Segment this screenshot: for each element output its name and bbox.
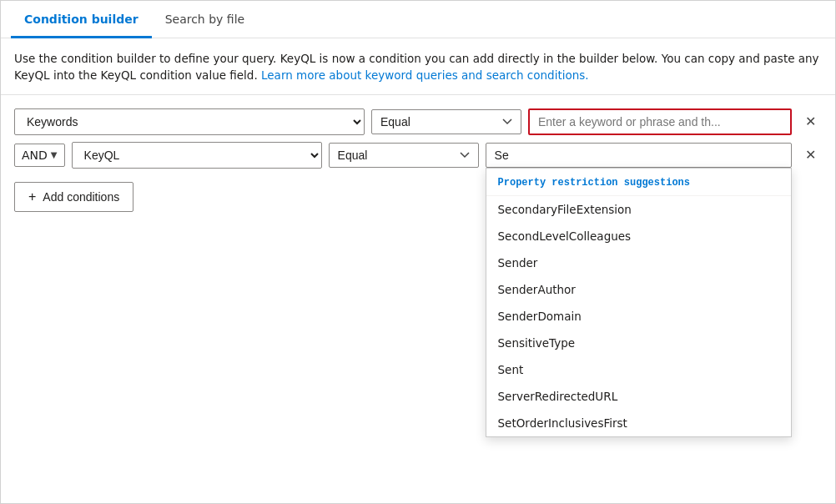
connector-select-2[interactable]: AND ▼ [14, 144, 65, 167]
suggestion-item[interactable]: SenderDomain [486, 303, 791, 330]
operator-select-2[interactable]: Equal Not equal Contains Starts with [329, 143, 479, 168]
remove-row-1-button[interactable]: ✕ [798, 110, 822, 134]
add-conditions-button[interactable]: + Add conditions [14, 182, 133, 212]
suggestion-item[interactable]: Sender [486, 249, 791, 276]
connector-chevron-icon: ▼ [51, 150, 58, 159]
operator-select-1[interactable]: Equal Not equal Contains Starts with [371, 109, 521, 134]
tab-bar: Condition builder Search by file [1, 1, 835, 38]
add-conditions-label: Add conditions [43, 190, 119, 204]
tab-condition-builder[interactable]: Condition builder [11, 1, 152, 38]
condition-row-1: Keywords KeyQL Subject From To Equal Not… [14, 108, 822, 135]
field-select-1[interactable]: Keywords KeyQL Subject From To [14, 108, 365, 135]
info-link[interactable]: Learn more about keyword queries and sea… [261, 68, 589, 82]
suggestions-dropdown: Property restriction suggestions Seconda… [486, 168, 792, 437]
suggestion-item[interactable]: SecondaryFileExtension [486, 196, 791, 223]
suggestion-item[interactable]: ServerRedirectedURL [486, 383, 791, 410]
remove-row-2-button[interactable]: ✕ [798, 144, 822, 167]
suggestions-wrapper: Property restriction suggestions Seconda… [486, 143, 792, 168]
value-input-1[interactable] [528, 108, 792, 135]
info-text-area: Use the condition builder to define your… [1, 38, 835, 95]
suggestion-item[interactable]: SecondLevelColleagues [486, 223, 791, 249]
tab-search-by-file[interactable]: Search by file [152, 1, 259, 38]
field-select-2[interactable]: KeyQL Keywords Subject From To [72, 142, 322, 169]
suggestions-header: Property restriction suggestions [486, 169, 791, 196]
suggestion-item[interactable]: Sent [486, 356, 791, 383]
suggestion-item[interactable]: SetOrderInclusivesFirst [486, 410, 791, 436]
suggestion-item[interactable]: SenderAuthor [486, 276, 791, 303]
app-container: Condition builder Search by file Use the… [1, 1, 835, 225]
value-input-2[interactable] [486, 143, 792, 168]
connector-label: AND [22, 149, 48, 162]
condition-row-2: AND ▼ KeyQL Keywords Subject From To Equ… [14, 142, 822, 169]
plus-icon: + [28, 189, 36, 204]
suggestion-item[interactable]: SensitiveType [486, 330, 791, 356]
builder-area: Keywords KeyQL Subject From To Equal Not… [1, 95, 835, 225]
